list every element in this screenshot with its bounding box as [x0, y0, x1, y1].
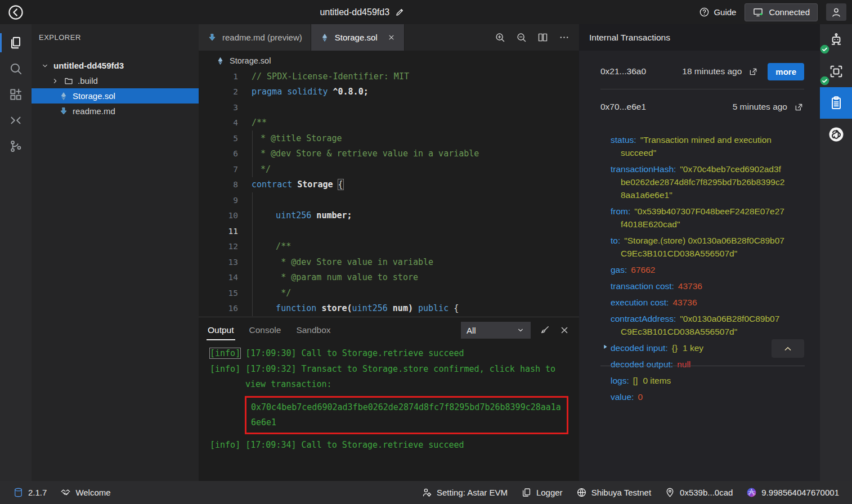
output-tabs: OutputConsoleSandbox — [208, 325, 331, 335]
code-text: */ — [255, 288, 291, 298]
status-item-pin-person[interactable]: 0x539b...0cad — [660, 487, 738, 498]
code-line-1: 1// SPDX-License-Identifier: MIT — [199, 69, 579, 84]
code-lines: 1// SPDX-License-Identifier: MIT2pragma … — [199, 69, 579, 316]
tab-readme-md[interactable]: readme.md (preview) — [199, 24, 311, 51]
detail-logs: logs:[]0 items — [611, 374, 785, 387]
output-tab-output[interactable]: Output — [208, 325, 234, 335]
app-window: untitled-dd459fd3 Guide Connected EXPLOR… — [0, 0, 852, 504]
collapse-details-button[interactable] — [772, 339, 804, 358]
line-number: 8 — [199, 180, 238, 189]
time-ago-label: 18 minutes ago — [682, 66, 742, 76]
close-tab-icon[interactable] — [387, 33, 396, 42]
activity-bar — [0, 24, 32, 481]
zoom-out-icon[interactable] — [515, 32, 527, 43]
transaction-row[interactable]: 0x21...36a018 minutes agomore — [579, 54, 820, 89]
code-token: { — [338, 179, 343, 190]
log-filter-dropdown[interactable]: All — [461, 322, 531, 339]
activity-item-files[interactable] — [0, 30, 32, 56]
code-line-5: 5 * @title Storage — [199, 130, 579, 146]
panel-icon-clipboard[interactable] — [820, 87, 852, 119]
edit-pencil-icon[interactable] — [394, 7, 405, 17]
breadcrumb: Storage.sol — [199, 53, 579, 69]
transaction-hash-link[interactable]: 0x70c4beb7ced6902ad3fbe0262de2874d8fc7f8… — [245, 396, 568, 434]
code-text: contract Storage { — [252, 179, 343, 190]
status-item-person-gear[interactable]: Setting: Astar EVM — [416, 487, 513, 498]
close-panel-icon[interactable] — [559, 325, 570, 336]
panel-icon-compile[interactable] — [820, 56, 852, 87]
status-item-label: Logger — [536, 488, 563, 497]
tree-item-Storage-sol[interactable]: Storage.sol — [32, 88, 199, 104]
tree-item-readme-md[interactable]: readme.md — [32, 104, 199, 119]
ellipsis-icon[interactable] — [558, 32, 570, 43]
external-link-icon[interactable] — [793, 102, 804, 112]
detail-key: decoded input: — [611, 343, 668, 353]
status-item-copy[interactable]: Logger — [516, 487, 568, 498]
more-button[interactable]: more — [768, 63, 804, 80]
zoom-in-icon[interactable] — [494, 32, 506, 43]
activity-item-source-control[interactable] — [0, 133, 32, 159]
success-check-badge — [820, 44, 829, 54]
code-line-6: 6 * @dev Store & retrieve value in a var… — [199, 146, 579, 162]
log-level-tag: [info] — [210, 364, 240, 374]
code-token: Storage — [292, 179, 338, 190]
editor-tabs: readme.md (preview)Storage.sol — [199, 24, 405, 51]
line-number: 1 — [199, 72, 238, 81]
split-icon[interactable] — [537, 32, 549, 43]
code-text: function store(uint256 num) public { — [255, 303, 459, 313]
transaction-details: status:"Transaction mined and execution … — [579, 124, 820, 407]
detail-key: gas: — [611, 265, 627, 274]
code-text: * @param num value to store — [255, 272, 418, 282]
code-line-9: 9 — [199, 192, 579, 208]
detail-contractAddress: contractAddress:"0x0130a06B28f0C89b07C9E… — [611, 312, 785, 338]
tab-Storage-sol[interactable]: Storage.sol — [311, 24, 405, 51]
tree-item-label: readme.md — [73, 106, 115, 116]
code-editor[interactable]: Storage.sol 1// SPDX-License-Identifier:… — [199, 51, 579, 317]
panel-icon-robot[interactable] — [820, 24, 852, 56]
output-tab-sandbox[interactable]: Sandbox — [296, 325, 330, 335]
output-tab-console[interactable]: Console — [249, 325, 281, 335]
tree-item-build[interactable]: .build — [32, 73, 199, 88]
detail-key: from: — [611, 206, 630, 216]
status-item-label: Setting: Astar EVM — [437, 488, 508, 497]
detail-gas: gas:67662 — [611, 263, 785, 276]
tab-label: Storage.sol — [335, 33, 378, 42]
guide-button[interactable]: Guide — [699, 7, 736, 17]
code-token: number; — [311, 210, 352, 220]
avatar-button[interactable] — [826, 3, 846, 21]
detail-value: 43736 — [672, 298, 697, 307]
explorer-header: EXPLORER — [32, 24, 199, 51]
activity-item-collapse[interactable] — [0, 107, 32, 133]
expand-triangle-icon[interactable] — [602, 343, 609, 350]
chevron-right-icon — [51, 76, 60, 86]
log-output: [info] [17:09:30] Call to Storage.retrie… — [199, 343, 579, 453]
transaction-hash-short: 0x21...36a0 — [600, 66, 646, 76]
back-button[interactable] — [6, 2, 26, 22]
activity-item-extensions[interactable] — [0, 82, 32, 107]
globe-icon — [576, 487, 587, 498]
activity-item-search[interactable] — [0, 56, 32, 82]
external-link-icon[interactable] — [748, 66, 759, 77]
detail-from: from:"0x539b407307F048beeF2428E07e27f401… — [611, 205, 785, 231]
output-tab-row: OutputConsoleSandbox All — [199, 317, 579, 343]
clear-logs-icon[interactable] — [539, 325, 550, 336]
panel-icon-openai[interactable] — [820, 119, 852, 150]
explorer-sidebar: EXPLORER untitled-dd459fd3.buildStorage.… — [32, 24, 199, 481]
status-item-database[interactable]: 2.1.7 — [8, 487, 52, 498]
collapse-icon — [8, 113, 23, 128]
code-token: uint256 — [352, 303, 388, 313]
status-item-astar[interactable]: 9.998564047670001 — [741, 487, 844, 498]
detail-value: "0x539b407307F048beeF2428E07e27f4018E620… — [621, 206, 784, 229]
tree-root-folder[interactable]: untitled-dd459fd3 — [32, 58, 199, 73]
robot-icon — [828, 32, 844, 48]
status-item-globe[interactable]: Shibuya Testnet — [571, 487, 656, 498]
connected-button[interactable]: Connected — [745, 3, 818, 21]
line-number: 13 — [199, 258, 238, 267]
code-text: /** — [255, 241, 291, 251]
solidity-file-icon — [216, 56, 225, 66]
code-token: store( — [316, 303, 352, 313]
code-token: * @param num value to store — [255, 272, 418, 282]
status-item-handshake[interactable]: Welcome — [55, 487, 115, 498]
detail-decoded-output: decoded output:null — [611, 358, 785, 371]
transaction-row[interactable]: 0x70...e6e15 minutes ago — [579, 89, 820, 124]
code-line-16: 16 function store(uint256 num) public { — [199, 301, 579, 317]
